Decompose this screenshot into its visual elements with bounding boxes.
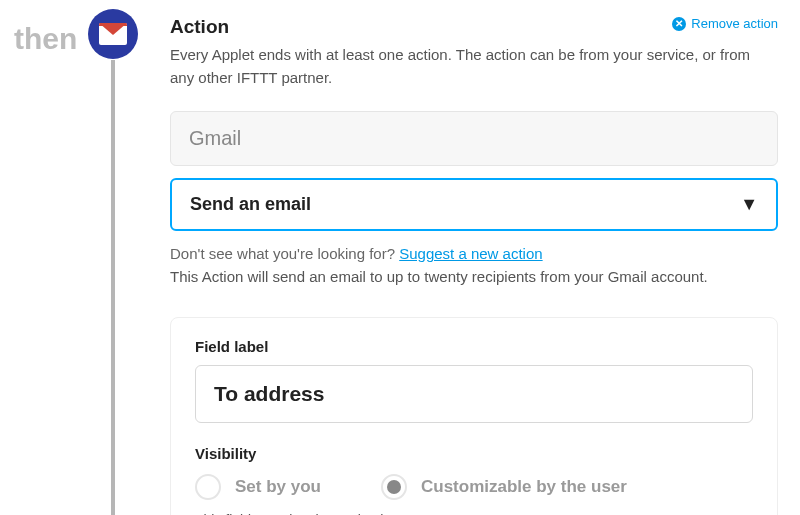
then-label: then bbox=[14, 22, 77, 56]
field-label-heading: Field label bbox=[195, 338, 753, 355]
field-config-card: Field label Visibility Set by you Custom… bbox=[170, 317, 778, 515]
visibility-heading: Visibility bbox=[195, 445, 753, 462]
suggest-line: Don't see what you're looking for? Sugge… bbox=[170, 245, 778, 262]
gmail-icon bbox=[99, 23, 127, 45]
step-indicator-column: then bbox=[0, 0, 170, 515]
radio-customizable[interactable]: Customizable by the user bbox=[381, 474, 627, 500]
service-search-input[interactable]: Gmail bbox=[170, 111, 778, 166]
action-select[interactable]: Send an email ▼ bbox=[170, 178, 778, 231]
radio-label-set-by-you: Set by you bbox=[235, 477, 321, 497]
step-connector-line bbox=[111, 60, 115, 515]
remove-action-label: Remove action bbox=[691, 16, 778, 31]
suggest-action-link[interactable]: Suggest a new action bbox=[399, 245, 542, 262]
action-description: This Action will send an email to up to … bbox=[170, 268, 778, 285]
service-badge[interactable] bbox=[88, 9, 138, 59]
suggest-prefix: Don't see what you're looking for? bbox=[170, 245, 399, 262]
action-config-column: Action ✕ Remove action Every Applet ends… bbox=[170, 0, 800, 515]
chevron-down-icon: ▼ bbox=[740, 194, 758, 215]
action-select-value: Send an email bbox=[190, 194, 311, 215]
section-header: Action ✕ Remove action bbox=[170, 16, 778, 38]
radio-indicator bbox=[195, 474, 221, 500]
field-label-input[interactable] bbox=[195, 365, 753, 423]
applet-action-panel: then Action ✕ Remove action Every Applet… bbox=[0, 0, 800, 515]
radio-label-customizable: Customizable by the user bbox=[421, 477, 627, 497]
visibility-radio-group: Set by you Customizable by the user bbox=[195, 474, 753, 500]
section-description: Every Applet ends with at least one acti… bbox=[170, 44, 760, 89]
close-icon: ✕ bbox=[672, 17, 686, 31]
remove-action-button[interactable]: ✕ Remove action bbox=[672, 16, 778, 31]
section-title: Action bbox=[170, 16, 229, 38]
radio-indicator-selected bbox=[381, 474, 407, 500]
radio-set-by-you[interactable]: Set by you bbox=[195, 474, 321, 500]
